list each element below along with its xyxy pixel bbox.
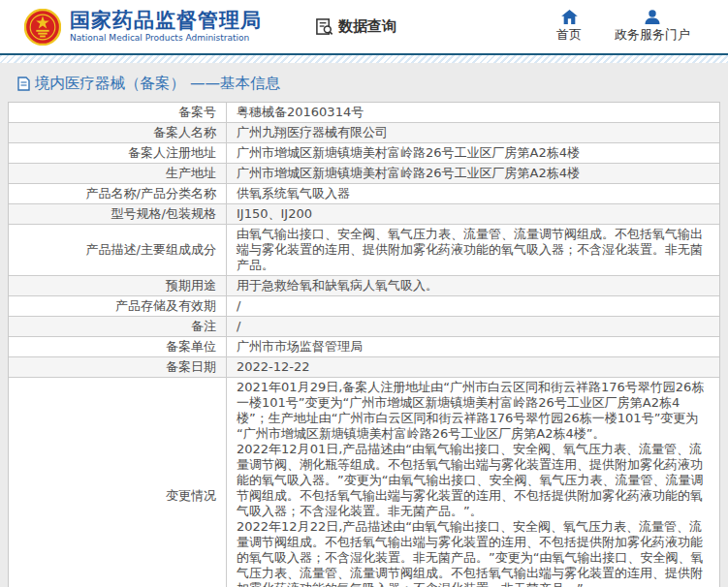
row-value: 广州九翔医疗器械有限公司 [226, 123, 719, 142]
row-label: 变更情况 [9, 378, 226, 587]
data-query-label: 数据查询 [338, 17, 396, 36]
row-label: 型号规格/包装规格 [9, 204, 226, 224]
org-name-en: National Medical Products Administration [70, 34, 262, 44]
page-title: 境内医疗器械（备案） ——基本信息 [8, 63, 720, 102]
row-label: 产品名称/产品分类名称 [9, 184, 226, 203]
nav-home-label: 首页 [556, 26, 582, 44]
home-icon [561, 10, 578, 24]
row-label: 备案日期 [9, 357, 226, 377]
row-value: 广州市市场监督管理局 [226, 337, 719, 356]
row-label: 产品描述/主要组成成分 [9, 225, 226, 275]
document-icon [17, 77, 30, 91]
row-production-address: 生产地址 广州市增城区新塘镇塘美村富岭路26号工业区厂房第A2栋4楼 [9, 164, 719, 184]
row-value: 2021年01月29日,备案人注册地址由“广州市白云区同和街云祥路176号翠竹园… [226, 378, 719, 587]
row-remark: 备注 / [9, 317, 719, 337]
row-filing-authority: 备案单位 广州市市场监督管理局 [9, 337, 719, 357]
national-emblem-logo [24, 9, 61, 46]
row-label: 预期用途 [9, 276, 226, 295]
row-intended-use: 预期用途 用于急救给氧和缺氧病人氧气吸入。 [9, 276, 719, 296]
row-value: 由氧气输出接口、安全阀、氧气压力表、流量管、流量调节阀组成。不包括氧气输出端与雾… [226, 225, 719, 275]
row-storage-validity: 产品存储及有效期 / [9, 296, 719, 317]
org-name-cn: 国家药品监督管理局 [70, 10, 262, 32]
row-label: 备案号 [9, 103, 226, 122]
row-model-spec: 型号规格/包装规格 IJ150、IJ200 [9, 204, 719, 225]
row-value: 广州市增城区新塘镇塘美村富岭路26号工业区厂房第A2栋4楼 [226, 164, 719, 183]
row-value: / [226, 296, 719, 316]
row-change-history: 变更情况 2021年01月29日,备案人注册地址由“广州市白云区同和街云祥路17… [9, 378, 719, 587]
row-label: 产品存储及有效期 [9, 296, 226, 316]
row-filer-name: 备案人名称 广州九翔医疗器械有限公司 [9, 123, 719, 143]
row-label: 备案人注册地址 [9, 143, 226, 163]
row-value: 用于急救给氧和缺氧病人氧气吸入。 [226, 276, 719, 295]
row-value: / [226, 317, 719, 336]
nav-portal-label: 政务服务门户 [615, 26, 690, 44]
row-product-description: 产品描述/主要组成成分 由氧气输出接口、安全阀、氧气压力表、流量管、流量调节阀组… [9, 225, 719, 276]
row-value: 供氧系统氧气吸入器 [226, 184, 719, 203]
header-nav: 首页 政务服务门户 [556, 10, 690, 44]
decorative-stripe [0, 55, 728, 63]
row-filing-date: 备案日期 2022-12-22 [9, 357, 719, 378]
data-query-icon [315, 17, 333, 36]
record-table: 备案号 粤穗械备20160314号 备案人名称 广州九翔医疗器械有限公司 备案人… [8, 102, 720, 587]
nav-portal[interactable]: 政务服务门户 [615, 10, 690, 44]
row-value: 2022-12-22 [226, 357, 719, 377]
row-label: 备案单位 [9, 337, 226, 356]
page-title-text: 境内医疗器械（备案） ——基本信息 [35, 74, 280, 94]
person-icon [645, 10, 660, 24]
row-record-number: 备案号 粤穗械备20160314号 [9, 103, 719, 123]
row-value: IJ150、IJ200 [226, 204, 719, 224]
row-label: 生产地址 [9, 164, 226, 183]
page-body: 境内医疗器械（备案） ——基本信息 备案号 粤穗械备20160314号 备案人名… [0, 63, 728, 587]
row-value: 广州市增城区新塘镇塘美村富岭路26号工业区厂房第A2栋4楼 [226, 143, 719, 163]
nav-data-query[interactable]: 数据查询 [315, 17, 396, 36]
row-label: 备注 [9, 317, 226, 336]
browser-page: 国家药品监督管理局 National Medical Products Admi… [0, 0, 728, 587]
row-product-name: 产品名称/产品分类名称 供氧系统氧气吸入器 [9, 184, 719, 204]
row-label: 备案人名称 [9, 123, 226, 142]
org-name-block: 国家药品监督管理局 National Medical Products Admi… [70, 10, 262, 44]
nav-home[interactable]: 首页 [556, 10, 582, 44]
row-filer-registered-address: 备案人注册地址 广州市增城区新塘镇塘美村富岭路26号工业区厂房第A2栋4楼 [9, 143, 719, 164]
site-header: 国家药品监督管理局 National Medical Products Admi… [0, 0, 728, 55]
row-value: 粤穗械备20160314号 [226, 103, 719, 122]
